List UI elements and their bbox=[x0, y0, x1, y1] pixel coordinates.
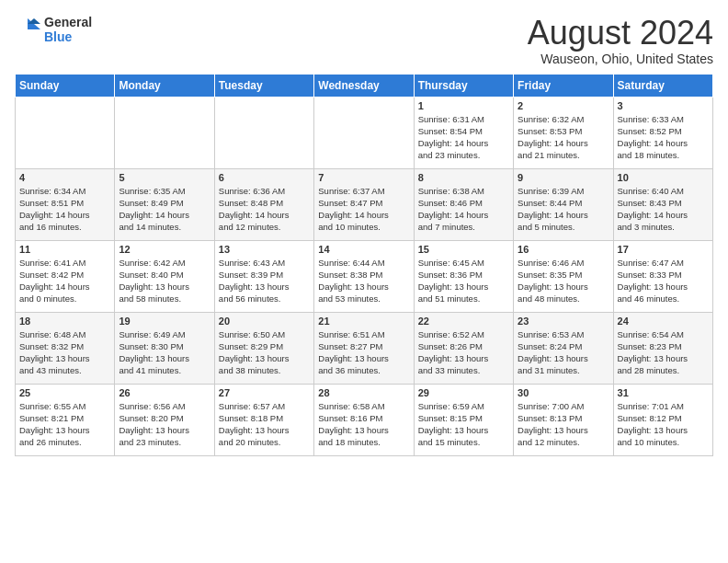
logo-general-text: General bbox=[44, 15, 92, 29]
day-number: 20 bbox=[219, 316, 310, 327]
day-number: 23 bbox=[518, 316, 609, 327]
week-row-1: 1Sunrise: 6:31 AM Sunset: 8:54 PM Daylig… bbox=[16, 97, 713, 168]
calendar-cell: 16Sunrise: 6:46 AM Sunset: 8:35 PM Dayli… bbox=[514, 240, 613, 312]
calendar-cell: 11Sunrise: 6:41 AM Sunset: 8:42 PM Dayli… bbox=[16, 240, 115, 312]
calendar-title: August 2024 bbox=[528, 15, 713, 52]
calendar-cell: 30Sunrise: 7:00 AM Sunset: 8:13 PM Dayli… bbox=[514, 384, 613, 455]
day-info: Sunrise: 6:51 AM Sunset: 8:27 PM Dayligh… bbox=[318, 328, 409, 377]
day-number: 12 bbox=[119, 244, 210, 255]
logo-svg bbox=[15, 17, 40, 42]
calendar-cell: 26Sunrise: 6:56 AM Sunset: 8:20 PM Dayli… bbox=[115, 384, 214, 455]
day-number: 29 bbox=[418, 387, 509, 398]
day-number: 24 bbox=[618, 316, 709, 327]
logo: General Blue bbox=[15, 15, 92, 44]
day-info: Sunrise: 6:58 AM Sunset: 8:16 PM Dayligh… bbox=[318, 400, 409, 449]
day-info: Sunrise: 6:36 AM Sunset: 8:48 PM Dayligh… bbox=[219, 185, 310, 234]
calendar-cell: 28Sunrise: 6:58 AM Sunset: 8:16 PM Dayli… bbox=[314, 384, 414, 455]
day-number: 31 bbox=[618, 387, 709, 398]
day-number: 1 bbox=[418, 100, 509, 111]
calendar-cell: 15Sunrise: 6:45 AM Sunset: 8:36 PM Dayli… bbox=[414, 240, 513, 312]
calendar-cell: 8Sunrise: 6:38 AM Sunset: 8:46 PM Daylig… bbox=[414, 168, 513, 240]
day-number: 2 bbox=[518, 100, 609, 111]
day-info: Sunrise: 6:53 AM Sunset: 8:24 PM Dayligh… bbox=[518, 328, 609, 377]
day-number: 13 bbox=[219, 244, 310, 255]
day-number: 22 bbox=[418, 316, 509, 327]
calendar-cell: 13Sunrise: 6:43 AM Sunset: 8:39 PM Dayli… bbox=[214, 240, 313, 312]
calendar-cell: 24Sunrise: 6:54 AM Sunset: 8:23 PM Dayli… bbox=[613, 312, 712, 384]
day-info: Sunrise: 6:40 AM Sunset: 8:43 PM Dayligh… bbox=[618, 185, 709, 234]
day-number: 27 bbox=[219, 387, 310, 398]
calendar-cell bbox=[16, 97, 115, 168]
week-row-5: 25Sunrise: 6:55 AM Sunset: 8:21 PM Dayli… bbox=[16, 384, 713, 455]
calendar-cell: 6Sunrise: 6:36 AM Sunset: 8:48 PM Daylig… bbox=[214, 168, 313, 240]
day-info: Sunrise: 6:34 AM Sunset: 8:51 PM Dayligh… bbox=[19, 185, 110, 234]
day-info: Sunrise: 6:57 AM Sunset: 8:18 PM Dayligh… bbox=[219, 400, 310, 449]
day-number: 7 bbox=[318, 172, 409, 183]
day-info: Sunrise: 6:59 AM Sunset: 8:15 PM Dayligh… bbox=[418, 400, 509, 449]
header-sunday: Sunday bbox=[16, 74, 115, 97]
calendar-cell: 31Sunrise: 7:01 AM Sunset: 8:12 PM Dayli… bbox=[613, 384, 712, 455]
calendar-cell: 14Sunrise: 6:44 AM Sunset: 8:38 PM Dayli… bbox=[314, 240, 414, 312]
day-info: Sunrise: 7:00 AM Sunset: 8:13 PM Dayligh… bbox=[518, 400, 609, 449]
calendar-cell: 23Sunrise: 6:53 AM Sunset: 8:24 PM Dayli… bbox=[514, 312, 613, 384]
day-number: 11 bbox=[19, 244, 110, 255]
calendar-cell: 17Sunrise: 6:47 AM Sunset: 8:33 PM Dayli… bbox=[613, 240, 712, 312]
calendar-cell: 25Sunrise: 6:55 AM Sunset: 8:21 PM Dayli… bbox=[16, 384, 115, 455]
day-info: Sunrise: 6:43 AM Sunset: 8:39 PM Dayligh… bbox=[219, 257, 310, 305]
day-number: 3 bbox=[618, 100, 709, 111]
day-number: 14 bbox=[318, 244, 409, 255]
day-info: Sunrise: 6:38 AM Sunset: 8:46 PM Dayligh… bbox=[418, 185, 509, 234]
day-info: Sunrise: 6:56 AM Sunset: 8:20 PM Dayligh… bbox=[119, 400, 210, 449]
header-tuesday: Tuesday bbox=[214, 74, 313, 97]
day-info: Sunrise: 6:35 AM Sunset: 8:49 PM Dayligh… bbox=[119, 185, 210, 234]
calendar-cell: 7Sunrise: 6:37 AM Sunset: 8:47 PM Daylig… bbox=[314, 168, 414, 240]
page: General Blue August 2024 Wauseon, Ohio, … bbox=[0, 0, 728, 464]
day-info: Sunrise: 6:33 AM Sunset: 8:52 PM Dayligh… bbox=[618, 113, 709, 162]
header-wednesday: Wednesday bbox=[314, 74, 414, 97]
day-info: Sunrise: 6:45 AM Sunset: 8:36 PM Dayligh… bbox=[418, 257, 509, 305]
header-monday: Monday bbox=[115, 74, 214, 97]
day-number: 5 bbox=[119, 172, 210, 183]
day-info: Sunrise: 6:46 AM Sunset: 8:35 PM Dayligh… bbox=[518, 257, 609, 305]
day-number: 16 bbox=[518, 244, 609, 255]
calendar-cell: 12Sunrise: 6:42 AM Sunset: 8:40 PM Dayli… bbox=[115, 240, 214, 312]
calendar-cell: 19Sunrise: 6:49 AM Sunset: 8:30 PM Dayli… bbox=[115, 312, 214, 384]
calendar-cell: 22Sunrise: 6:52 AM Sunset: 8:26 PM Dayli… bbox=[414, 312, 513, 384]
calendar-cell: 27Sunrise: 6:57 AM Sunset: 8:18 PM Dayli… bbox=[214, 384, 313, 455]
calendar-cell: 1Sunrise: 6:31 AM Sunset: 8:54 PM Daylig… bbox=[414, 97, 513, 168]
day-info: Sunrise: 6:49 AM Sunset: 8:30 PM Dayligh… bbox=[119, 328, 210, 377]
weekday-header-row: Sunday Monday Tuesday Wednesday Thursday… bbox=[16, 74, 713, 97]
calendar-cell: 18Sunrise: 6:48 AM Sunset: 8:32 PM Dayli… bbox=[16, 312, 115, 384]
day-info: Sunrise: 6:37 AM Sunset: 8:47 PM Dayligh… bbox=[318, 185, 409, 234]
day-number: 15 bbox=[418, 244, 509, 255]
header-thursday: Thursday bbox=[414, 74, 513, 97]
day-number: 6 bbox=[219, 172, 310, 183]
day-info: Sunrise: 6:48 AM Sunset: 8:32 PM Dayligh… bbox=[19, 328, 110, 377]
day-number: 4 bbox=[19, 172, 110, 183]
day-number: 10 bbox=[618, 172, 709, 183]
calendar-cell: 10Sunrise: 6:40 AM Sunset: 8:43 PM Dayli… bbox=[613, 168, 712, 240]
day-number: 19 bbox=[119, 316, 210, 327]
day-info: Sunrise: 7:01 AM Sunset: 8:12 PM Dayligh… bbox=[618, 400, 709, 449]
day-info: Sunrise: 6:31 AM Sunset: 8:54 PM Dayligh… bbox=[418, 113, 509, 162]
calendar-cell bbox=[314, 97, 414, 168]
day-info: Sunrise: 6:54 AM Sunset: 8:23 PM Dayligh… bbox=[618, 328, 709, 377]
day-number: 8 bbox=[418, 172, 509, 183]
week-row-3: 11Sunrise: 6:41 AM Sunset: 8:42 PM Dayli… bbox=[16, 240, 713, 312]
day-number: 17 bbox=[618, 244, 709, 255]
day-number: 21 bbox=[318, 316, 409, 327]
day-info: Sunrise: 6:55 AM Sunset: 8:21 PM Dayligh… bbox=[19, 400, 110, 449]
header: General Blue August 2024 Wauseon, Ohio, … bbox=[15, 15, 713, 66]
day-number: 18 bbox=[19, 316, 110, 327]
day-number: 28 bbox=[318, 387, 409, 398]
header-friday: Friday bbox=[514, 74, 613, 97]
day-info: Sunrise: 6:47 AM Sunset: 8:33 PM Dayligh… bbox=[618, 257, 709, 305]
day-info: Sunrise: 6:42 AM Sunset: 8:40 PM Dayligh… bbox=[119, 257, 210, 305]
calendar-cell: 29Sunrise: 6:59 AM Sunset: 8:15 PM Dayli… bbox=[414, 384, 513, 455]
calendar-cell: 5Sunrise: 6:35 AM Sunset: 8:49 PM Daylig… bbox=[115, 168, 214, 240]
day-number: 30 bbox=[518, 387, 609, 398]
calendar-cell: 4Sunrise: 6:34 AM Sunset: 8:51 PM Daylig… bbox=[16, 168, 115, 240]
week-row-4: 18Sunrise: 6:48 AM Sunset: 8:32 PM Dayli… bbox=[16, 312, 713, 384]
calendar-table: Sunday Monday Tuesday Wednesday Thursday… bbox=[15, 74, 713, 456]
title-block: August 2024 Wauseon, Ohio, United States bbox=[528, 15, 713, 66]
